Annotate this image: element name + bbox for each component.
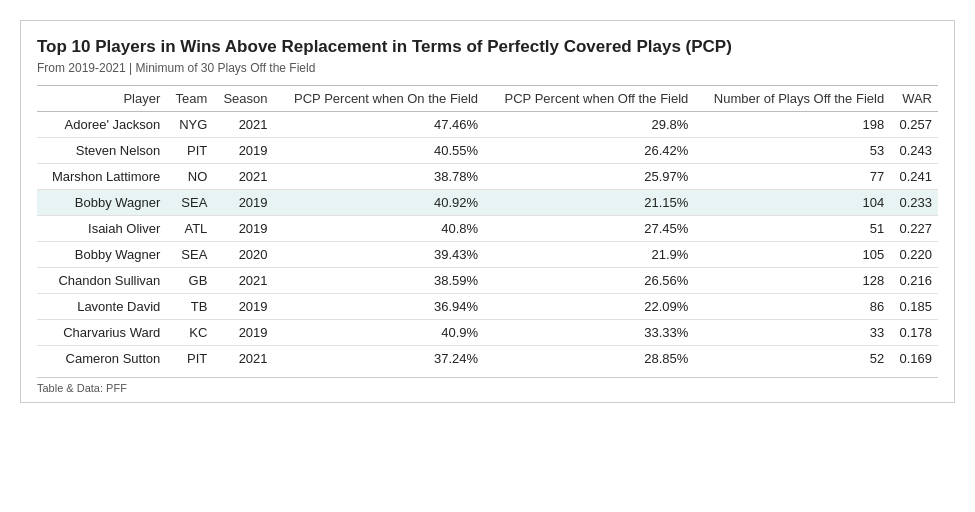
cell-4-6: 0.227 bbox=[890, 216, 938, 242]
cell-0-5: 198 bbox=[694, 112, 890, 138]
cell-8-4: 33.33% bbox=[484, 320, 694, 346]
table-row: Steven NelsonPIT201940.55%26.42%530.243 bbox=[37, 138, 938, 164]
table-row: Bobby WagnerSEA201940.92%21.15%1040.233 bbox=[37, 190, 938, 216]
table-row: Isaiah OliverATL201940.8%27.45%510.227 bbox=[37, 216, 938, 242]
cell-8-3: 40.9% bbox=[274, 320, 485, 346]
cell-1-4: 26.42% bbox=[484, 138, 694, 164]
cell-7-6: 0.185 bbox=[890, 294, 938, 320]
cell-8-1: KC bbox=[166, 320, 213, 346]
cell-9-5: 52 bbox=[694, 346, 890, 372]
cell-9-1: PIT bbox=[166, 346, 213, 372]
col-plays: Number of Plays Off the Field bbox=[694, 86, 890, 112]
table-row: Charvarius WardKC201940.9%33.33%330.178 bbox=[37, 320, 938, 346]
cell-4-3: 40.8% bbox=[274, 216, 485, 242]
cell-3-4: 21.15% bbox=[484, 190, 694, 216]
table-body: Adoree' JacksonNYG202147.46%29.8%1980.25… bbox=[37, 112, 938, 372]
cell-1-1: PIT bbox=[166, 138, 213, 164]
cell-4-5: 51 bbox=[694, 216, 890, 242]
cell-7-1: TB bbox=[166, 294, 213, 320]
cell-2-0: Marshon Lattimore bbox=[37, 164, 166, 190]
cell-0-0: Adoree' Jackson bbox=[37, 112, 166, 138]
cell-8-5: 33 bbox=[694, 320, 890, 346]
cell-6-6: 0.216 bbox=[890, 268, 938, 294]
cell-6-2: 2021 bbox=[213, 268, 273, 294]
col-pcp-on: PCP Percent when On the Field bbox=[274, 86, 485, 112]
cell-2-2: 2021 bbox=[213, 164, 273, 190]
cell-9-2: 2021 bbox=[213, 346, 273, 372]
cell-5-4: 21.9% bbox=[484, 242, 694, 268]
cell-7-3: 36.94% bbox=[274, 294, 485, 320]
col-team: Team bbox=[166, 86, 213, 112]
cell-2-5: 77 bbox=[694, 164, 890, 190]
page-title: Top 10 Players in Wins Above Replacement… bbox=[37, 37, 938, 57]
cell-6-3: 38.59% bbox=[274, 268, 485, 294]
table-row: Cameron SuttonPIT202137.24%28.85%520.169 bbox=[37, 346, 938, 372]
cell-8-6: 0.178 bbox=[890, 320, 938, 346]
table-row: Adoree' JacksonNYG202147.46%29.8%1980.25… bbox=[37, 112, 938, 138]
cell-7-4: 22.09% bbox=[484, 294, 694, 320]
cell-1-2: 2019 bbox=[213, 138, 273, 164]
cell-3-6: 0.233 bbox=[890, 190, 938, 216]
cell-5-6: 0.220 bbox=[890, 242, 938, 268]
col-war: WAR bbox=[890, 86, 938, 112]
cell-2-4: 25.97% bbox=[484, 164, 694, 190]
cell-0-6: 0.257 bbox=[890, 112, 938, 138]
cell-3-1: SEA bbox=[166, 190, 213, 216]
cell-6-5: 128 bbox=[694, 268, 890, 294]
cell-9-4: 28.85% bbox=[484, 346, 694, 372]
cell-4-1: ATL bbox=[166, 216, 213, 242]
cell-8-2: 2019 bbox=[213, 320, 273, 346]
cell-5-0: Bobby Wagner bbox=[37, 242, 166, 268]
cell-3-5: 104 bbox=[694, 190, 890, 216]
cell-4-4: 27.45% bbox=[484, 216, 694, 242]
cell-7-5: 86 bbox=[694, 294, 890, 320]
table-row: Marshon LattimoreNO202138.78%25.97%770.2… bbox=[37, 164, 938, 190]
col-pcp-off: PCP Percent when Off the Field bbox=[484, 86, 694, 112]
table-footer: Table & Data: PFF bbox=[37, 377, 938, 394]
cell-7-0: Lavonte David bbox=[37, 294, 166, 320]
page-subtitle: From 2019-2021 | Minimum of 30 Plays Off… bbox=[37, 61, 938, 75]
cell-3-0: Bobby Wagner bbox=[37, 190, 166, 216]
cell-9-0: Cameron Sutton bbox=[37, 346, 166, 372]
cell-4-2: 2019 bbox=[213, 216, 273, 242]
table-row: Bobby WagnerSEA202039.43%21.9%1050.220 bbox=[37, 242, 938, 268]
cell-0-4: 29.8% bbox=[484, 112, 694, 138]
cell-0-3: 47.46% bbox=[274, 112, 485, 138]
cell-4-0: Isaiah Oliver bbox=[37, 216, 166, 242]
cell-6-0: Chandon Sullivan bbox=[37, 268, 166, 294]
cell-7-2: 2019 bbox=[213, 294, 273, 320]
main-container: Top 10 Players in Wins Above Replacement… bbox=[20, 20, 955, 403]
cell-2-1: NO bbox=[166, 164, 213, 190]
cell-1-5: 53 bbox=[694, 138, 890, 164]
cell-0-2: 2021 bbox=[213, 112, 273, 138]
cell-9-3: 37.24% bbox=[274, 346, 485, 372]
cell-3-2: 2019 bbox=[213, 190, 273, 216]
cell-2-3: 38.78% bbox=[274, 164, 485, 190]
cell-1-0: Steven Nelson bbox=[37, 138, 166, 164]
cell-5-2: 2020 bbox=[213, 242, 273, 268]
cell-2-6: 0.241 bbox=[890, 164, 938, 190]
cell-8-0: Charvarius Ward bbox=[37, 320, 166, 346]
cell-0-1: NYG bbox=[166, 112, 213, 138]
cell-1-6: 0.243 bbox=[890, 138, 938, 164]
cell-6-4: 26.56% bbox=[484, 268, 694, 294]
cell-3-3: 40.92% bbox=[274, 190, 485, 216]
cell-5-1: SEA bbox=[166, 242, 213, 268]
cell-6-1: GB bbox=[166, 268, 213, 294]
stats-table: Player Team Season PCP Percent when On t… bbox=[37, 85, 938, 371]
col-season: Season bbox=[213, 86, 273, 112]
cell-9-6: 0.169 bbox=[890, 346, 938, 372]
table-header-row: Player Team Season PCP Percent when On t… bbox=[37, 86, 938, 112]
col-player: Player bbox=[37, 86, 166, 112]
cell-5-5: 105 bbox=[694, 242, 890, 268]
cell-5-3: 39.43% bbox=[274, 242, 485, 268]
cell-1-3: 40.55% bbox=[274, 138, 485, 164]
table-row: Lavonte DavidTB201936.94%22.09%860.185 bbox=[37, 294, 938, 320]
table-row: Chandon SullivanGB202138.59%26.56%1280.2… bbox=[37, 268, 938, 294]
